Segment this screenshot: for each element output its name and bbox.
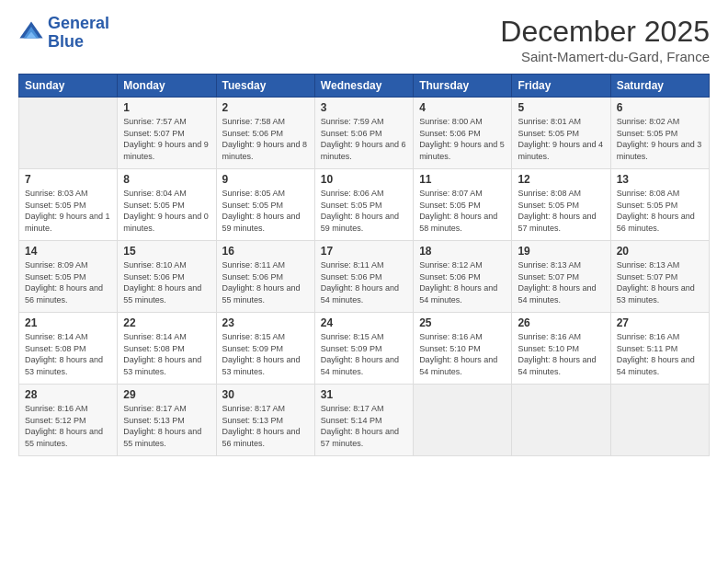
logo: General Blue (18, 15, 109, 52)
day-info: Sunrise: 8:09 AMSunset: 5:05 PMDaylight:… (25, 259, 111, 305)
calendar-week-row: 28 Sunrise: 8:16 AMSunset: 5:12 PMDaylig… (19, 385, 710, 456)
day-info: Sunrise: 8:11 AMSunset: 5:06 PMDaylight:… (222, 259, 309, 305)
table-row: 17 Sunrise: 8:11 AMSunset: 5:06 PMDaylig… (314, 241, 413, 313)
table-row: 31 Sunrise: 8:17 AMSunset: 5:14 PMDaylig… (314, 385, 413, 456)
day-number: 15 (123, 245, 210, 258)
calendar-week-row: 21 Sunrise: 8:14 AMSunset: 5:08 PMDaylig… (19, 313, 710, 385)
day-info: Sunrise: 8:17 AMSunset: 5:13 PMDaylight:… (123, 403, 210, 449)
calendar-table: Sunday Monday Tuesday Wednesday Thursday… (18, 74, 710, 456)
table-row: 6 Sunrise: 8:02 AMSunset: 5:05 PMDayligh… (610, 98, 709, 169)
day-number: 19 (518, 245, 604, 258)
day-number: 1 (123, 101, 210, 114)
day-number: 17 (321, 245, 407, 258)
day-info: Sunrise: 8:08 AMSunset: 5:05 PMDaylight:… (617, 188, 703, 234)
day-number: 8 (123, 173, 210, 186)
title-block: December 2025 Saint-Mamert-du-Gard, Fran… (500, 15, 710, 64)
table-row: 13 Sunrise: 8:08 AMSunset: 5:05 PMDaylig… (610, 169, 709, 241)
day-number: 18 (419, 245, 506, 258)
calendar-week-row: 14 Sunrise: 8:09 AMSunset: 5:05 PMDaylig… (19, 241, 710, 313)
logo-icon (18, 20, 44, 46)
day-info: Sunrise: 8:16 AMSunset: 5:10 PMDaylight:… (518, 331, 604, 377)
day-info: Sunrise: 8:15 AMSunset: 5:09 PMDaylight:… (321, 331, 407, 377)
day-number: 26 (518, 316, 604, 329)
day-number: 29 (123, 388, 210, 401)
table-row: 29 Sunrise: 8:17 AMSunset: 5:13 PMDaylig… (118, 385, 216, 456)
day-info: Sunrise: 8:13 AMSunset: 5:07 PMDaylight:… (617, 259, 703, 305)
day-info: Sunrise: 8:14 AMSunset: 5:08 PMDaylight:… (25, 331, 111, 377)
day-number: 4 (419, 101, 506, 114)
day-info: Sunrise: 8:03 AMSunset: 5:05 PMDaylight:… (25, 188, 111, 234)
table-row: 8 Sunrise: 8:04 AMSunset: 5:05 PMDayligh… (118, 169, 216, 241)
day-number: 23 (222, 316, 309, 329)
day-info: Sunrise: 8:16 AMSunset: 5:12 PMDaylight:… (25, 403, 111, 449)
day-info: Sunrise: 8:04 AMSunset: 5:05 PMDaylight:… (123, 188, 210, 234)
table-row: 21 Sunrise: 8:14 AMSunset: 5:08 PMDaylig… (19, 313, 118, 385)
table-row: 28 Sunrise: 8:16 AMSunset: 5:12 PMDaylig… (19, 385, 118, 456)
day-info: Sunrise: 8:14 AMSunset: 5:08 PMDaylight:… (123, 331, 210, 377)
day-number: 5 (518, 101, 604, 114)
day-number: 24 (321, 316, 407, 329)
day-number: 28 (25, 388, 111, 401)
day-number: 9 (222, 173, 309, 186)
table-row: 27 Sunrise: 8:16 AMSunset: 5:11 PMDaylig… (610, 313, 709, 385)
table-row (414, 385, 512, 456)
day-number: 11 (419, 173, 506, 186)
col-tuesday: Tuesday (216, 75, 314, 98)
day-number: 3 (321, 101, 407, 114)
col-wednesday: Wednesday (314, 75, 413, 98)
day-info: Sunrise: 8:06 AMSunset: 5:05 PMDaylight:… (321, 188, 407, 234)
day-number: 6 (617, 101, 703, 114)
table-row: 9 Sunrise: 8:05 AMSunset: 5:05 PMDayligh… (216, 169, 314, 241)
day-info: Sunrise: 8:08 AMSunset: 5:05 PMDaylight:… (518, 188, 604, 234)
day-info: Sunrise: 8:16 AMSunset: 5:10 PMDaylight:… (419, 331, 506, 377)
month-title: December 2025 (500, 15, 710, 49)
day-number: 27 (617, 316, 703, 329)
table-row: 20 Sunrise: 8:13 AMSunset: 5:07 PMDaylig… (610, 241, 709, 313)
table-row (610, 385, 709, 456)
day-info: Sunrise: 8:10 AMSunset: 5:06 PMDaylight:… (123, 259, 210, 305)
calendar-header-row: Sunday Monday Tuesday Wednesday Thursday… (19, 75, 710, 98)
table-row: 15 Sunrise: 8:10 AMSunset: 5:06 PMDaylig… (118, 241, 216, 313)
day-info: Sunrise: 8:01 AMSunset: 5:05 PMDaylight:… (518, 116, 604, 162)
day-number: 12 (518, 173, 604, 186)
day-info: Sunrise: 8:17 AMSunset: 5:14 PMDaylight:… (321, 403, 407, 449)
day-number: 2 (222, 101, 309, 114)
day-number: 22 (123, 316, 210, 329)
table-row: 24 Sunrise: 8:15 AMSunset: 5:09 PMDaylig… (314, 313, 413, 385)
day-info: Sunrise: 8:16 AMSunset: 5:11 PMDaylight:… (617, 331, 703, 377)
table-row: 11 Sunrise: 8:07 AMSunset: 5:05 PMDaylig… (414, 169, 512, 241)
day-info: Sunrise: 7:58 AMSunset: 5:06 PMDaylight:… (222, 116, 309, 162)
table-row: 30 Sunrise: 8:17 AMSunset: 5:13 PMDaylig… (216, 385, 314, 456)
table-row: 26 Sunrise: 8:16 AMSunset: 5:10 PMDaylig… (512, 313, 610, 385)
day-number: 10 (321, 173, 407, 186)
day-number: 13 (617, 173, 703, 186)
day-info: Sunrise: 8:11 AMSunset: 5:06 PMDaylight:… (321, 259, 407, 305)
table-row: 7 Sunrise: 8:03 AMSunset: 5:05 PMDayligh… (19, 169, 118, 241)
table-row: 3 Sunrise: 7:59 AMSunset: 5:06 PMDayligh… (314, 98, 413, 169)
table-row: 12 Sunrise: 8:08 AMSunset: 5:05 PMDaylig… (512, 169, 610, 241)
day-info: Sunrise: 7:59 AMSunset: 5:06 PMDaylight:… (321, 116, 407, 162)
table-row: 19 Sunrise: 8:13 AMSunset: 5:07 PMDaylig… (512, 241, 610, 313)
table-row: 22 Sunrise: 8:14 AMSunset: 5:08 PMDaylig… (118, 313, 216, 385)
day-number: 16 (222, 245, 309, 258)
day-number: 31 (321, 388, 407, 401)
table-row: 23 Sunrise: 8:15 AMSunset: 5:09 PMDaylig… (216, 313, 314, 385)
table-row: 4 Sunrise: 8:00 AMSunset: 5:06 PMDayligh… (414, 98, 512, 169)
day-number: 14 (25, 245, 111, 258)
day-info: Sunrise: 7:57 AMSunset: 5:07 PMDaylight:… (123, 116, 210, 162)
day-info: Sunrise: 8:12 AMSunset: 5:06 PMDaylight:… (419, 259, 506, 305)
day-number: 20 (617, 245, 703, 258)
location-title: Saint-Mamert-du-Gard, France (500, 49, 710, 64)
table-row (19, 98, 118, 169)
day-info: Sunrise: 8:07 AMSunset: 5:05 PMDaylight:… (419, 188, 506, 234)
day-info: Sunrise: 8:00 AMSunset: 5:06 PMDaylight:… (419, 116, 506, 162)
day-info: Sunrise: 8:05 AMSunset: 5:05 PMDaylight:… (222, 188, 309, 234)
day-info: Sunrise: 8:17 AMSunset: 5:13 PMDaylight:… (222, 403, 309, 449)
table-row: 1 Sunrise: 7:57 AMSunset: 5:07 PMDayligh… (118, 98, 216, 169)
day-info: Sunrise: 8:13 AMSunset: 5:07 PMDaylight:… (518, 259, 604, 305)
day-info: Sunrise: 8:02 AMSunset: 5:05 PMDaylight:… (617, 116, 703, 162)
page-header: General Blue December 2025 Saint-Mamert-… (18, 15, 710, 64)
calendar-week-row: 1 Sunrise: 7:57 AMSunset: 5:07 PMDayligh… (19, 98, 710, 169)
table-row: 18 Sunrise: 8:12 AMSunset: 5:06 PMDaylig… (414, 241, 512, 313)
col-saturday: Saturday (610, 75, 709, 98)
